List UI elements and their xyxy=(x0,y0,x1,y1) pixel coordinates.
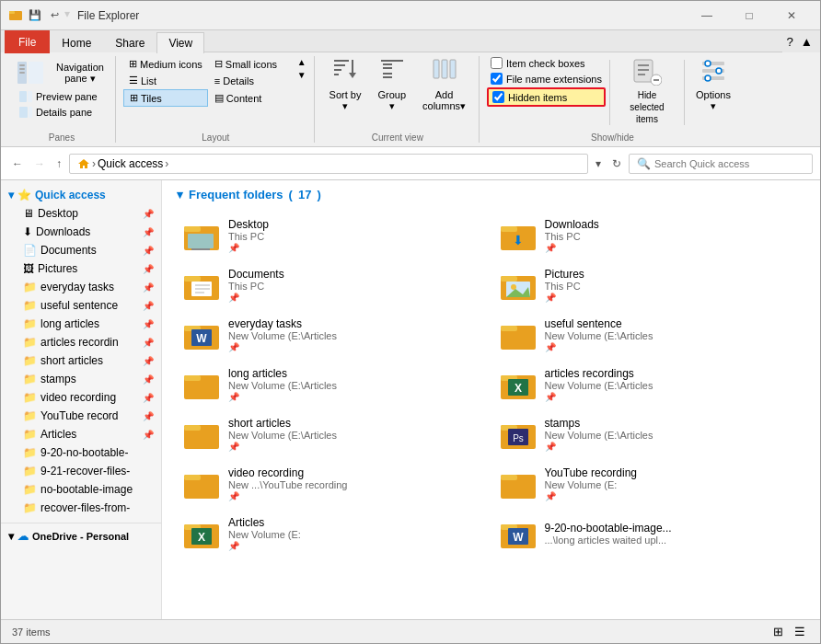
minimize-button[interactable]: — xyxy=(686,1,728,30)
sidebar-item-downloads[interactable]: ⬇ Downloads 📌 xyxy=(1,223,161,241)
sidebar-item-desktop[interactable]: 🖥 Desktop 📌 xyxy=(1,204,161,223)
back-button[interactable]: ← xyxy=(8,155,27,172)
tab-home[interactable]: Home xyxy=(50,32,103,53)
sidebar-item-articles[interactable]: 📁 Articles 📌 xyxy=(1,425,161,443)
file-name-extensions-row[interactable]: File name extensions xyxy=(487,72,606,86)
quick-access-label: Quick access xyxy=(35,189,106,201)
add-columns-button[interactable]: Add columns▾ xyxy=(415,86,473,116)
pin-icon-10: 📌 xyxy=(143,393,154,403)
folder-item-video-recording[interactable]: video recording New ...\YouTube recordin… xyxy=(177,461,490,507)
layout-down-arrow[interactable]: ▼ xyxy=(295,69,308,82)
list-view-button[interactable]: ☰ xyxy=(791,623,809,640)
path-label: Quick access xyxy=(98,157,163,170)
content-button[interactable]: ▤ Content xyxy=(209,89,294,107)
small-icons-button[interactable]: ⊟ Small icons xyxy=(209,56,294,72)
hidden-items-row[interactable]: Hidden items xyxy=(487,87,606,107)
navigation-pane-button[interactable]: Navigationpane ▾ xyxy=(51,60,110,86)
hidden-items-checkbox[interactable] xyxy=(492,91,504,103)
sort-by-button[interactable]: Sort by ▾ xyxy=(322,86,369,116)
tab-share[interactable]: Share xyxy=(103,32,156,53)
folder-item-desktop[interactable]: Desktop This PC 📌 xyxy=(177,213,490,259)
layout-grid: ⊞ Medium icons ⊟ Small icons ☰ List ≡ xyxy=(123,56,294,107)
details-pane-button[interactable]: Details pane xyxy=(14,105,103,120)
options-button[interactable]: Options ▾ xyxy=(688,86,738,116)
tab-file[interactable]: File xyxy=(5,30,50,53)
folder-item-long-articles[interactable]: long articles New Volume (E:\Articles 📌 xyxy=(177,362,490,408)
item-check-boxes-checkbox[interactable] xyxy=(491,57,503,69)
medium-icons-button[interactable]: ⊞ Medium icons xyxy=(123,56,208,72)
folder-icon-desktop xyxy=(184,219,221,252)
folder-item-youtube-recording[interactable]: YouTube recording New Volume (E: 📌 xyxy=(493,461,806,507)
folder-info-short-articles: short articles New Volume (E:\Articles 📌 xyxy=(228,417,482,452)
sidebar-item-9-21[interactable]: 📁 9-21-recover-files- xyxy=(1,462,161,480)
sidebar-item-long-articles[interactable]: 📁 long articles 📌 xyxy=(1,315,161,333)
folder-icon-long-articles xyxy=(184,368,221,401)
folder-item-useful-sentence[interactable]: useful sentence New Volume (E:\Articles … xyxy=(493,312,806,358)
folder-item-pictures[interactable]: Pictures This PC 📌 xyxy=(493,262,806,308)
sidebar-item-9-20[interactable]: 📁 9-20-no-bootable- xyxy=(1,443,161,462)
folder-item-articles-recordings[interactable]: X articles recordings New Volume (E:\Art… xyxy=(493,362,806,408)
documents-icon: 📄 xyxy=(23,244,37,257)
address-path-bar[interactable]: › Quick access › xyxy=(69,154,588,174)
up-button[interactable]: ↑ xyxy=(52,155,65,172)
content-icon: ▤ xyxy=(214,92,224,104)
details-button[interactable]: ≡ Details xyxy=(209,73,294,88)
tile-view-button[interactable]: ⊞ xyxy=(769,623,787,640)
section-count: ( xyxy=(289,188,293,201)
ribbon-collapse-button[interactable]: ▲ xyxy=(797,31,816,52)
close-button[interactable]: ✕ xyxy=(770,1,813,30)
help-button[interactable]: ? xyxy=(782,31,796,52)
sidebar-item-no-bootable[interactable]: 📁 no-bootable-image xyxy=(1,480,161,499)
quick-access-icon: ⭐ xyxy=(17,189,31,201)
folder-info-youtube-recording: YouTube recording New Volume (E: 📌 xyxy=(545,466,799,501)
item-check-boxes-row[interactable]: Item check boxes xyxy=(487,56,606,70)
list-button[interactable]: ☰ List xyxy=(123,73,208,88)
svg-rect-69 xyxy=(184,425,201,431)
svg-rect-10 xyxy=(29,107,32,118)
sidebar-item-articles-recordin[interactable]: 📁 articles recordin 📌 xyxy=(1,333,161,351)
folder-item-stamps[interactable]: Ps stamps New Volume (E:\Articles 📌 xyxy=(493,411,806,457)
folder-item-articles[interactable]: X Articles New Volume (E: 📌 xyxy=(177,511,490,557)
current-view-group: Sort by ▾ Group xyxy=(317,56,480,143)
sidebar-item-documents[interactable]: 📄 Documents 📌 xyxy=(1,241,161,259)
hide-selected-button[interactable]: Hide selected items xyxy=(614,86,680,129)
onedrive-header[interactable]: ▾ ☁ OneDrive - Personal xyxy=(1,527,161,546)
refresh-button[interactable]: ↻ xyxy=(608,155,625,172)
folder-icon-10: 📁 xyxy=(23,446,37,459)
save-quick-btn[interactable]: 💾 xyxy=(25,7,45,23)
search-input[interactable] xyxy=(654,158,804,169)
folder-item-short-articles[interactable]: short articles New Volume (E:\Articles 📌 xyxy=(177,411,490,457)
sidebar-item-youtube-record[interactable]: 📁 YouTube record 📌 xyxy=(1,407,161,425)
group-by-button[interactable]: Group ▾ xyxy=(370,86,413,116)
sidebar-item-short-articles[interactable]: 📁 short articles 📌 xyxy=(1,351,161,370)
undo-quick-btn[interactable]: ↩ xyxy=(47,7,63,23)
add-columns-area: Add columns▾ xyxy=(415,56,473,116)
search-box[interactable]: 🔍 xyxy=(629,154,813,174)
sidebar-item-everyday-tasks[interactable]: 📁 everyday tasks 📌 xyxy=(1,278,161,296)
folder-pin-short-articles: 📌 xyxy=(228,442,482,452)
sidebar-item-recover-files[interactable]: 📁 recover-files-from- xyxy=(1,499,161,517)
folder-icon-2: 📁 xyxy=(23,299,37,312)
folder-item-downloads[interactable]: ⬇ Downloads This PC 📌 xyxy=(493,213,806,259)
show-hide-group-label: Show/hide xyxy=(591,129,634,143)
folder-item-documents[interactable]: Documents This PC 📌 xyxy=(177,262,490,308)
dropdown-button[interactable]: ▾ xyxy=(592,155,605,172)
file-name-extensions-checkbox[interactable] xyxy=(491,73,503,85)
tab-view[interactable]: View xyxy=(156,32,204,53)
folder-item-9-20[interactable]: W 9-20-no-bootable-image... ...\long art… xyxy=(493,511,806,557)
quick-access-header[interactable]: ▾ ⭐ Quick access xyxy=(1,186,161,204)
layout-up-arrow[interactable]: ▲ xyxy=(295,56,308,69)
maximize-button[interactable]: □ xyxy=(728,1,770,30)
preview-pane-button[interactable]: Preview pane xyxy=(14,89,103,104)
nav-pane-controls: Navigationpane ▾ xyxy=(51,60,110,86)
svg-rect-13 xyxy=(334,69,341,71)
sidebar-item-stamps[interactable]: 📁 stamps 📌 xyxy=(1,370,161,388)
forward-button[interactable]: → xyxy=(30,155,49,172)
tiles-button[interactable]: ⊞ Tiles xyxy=(123,89,208,107)
folder-item-everyday-tasks[interactable]: W everyday tasks New Volume (E:\Articles… xyxy=(177,312,490,358)
pin-icon-5: 📌 xyxy=(143,301,154,311)
sidebar-item-video-recording[interactable]: 📁 video recording 📌 xyxy=(1,388,161,407)
sidebar-item-useful-sentence[interactable]: 📁 useful sentence 📌 xyxy=(1,296,161,315)
sidebar-item-pictures[interactable]: 🖼 Pictures 📌 xyxy=(1,259,161,278)
folder-icon-downloads: ⬇ xyxy=(501,219,538,252)
